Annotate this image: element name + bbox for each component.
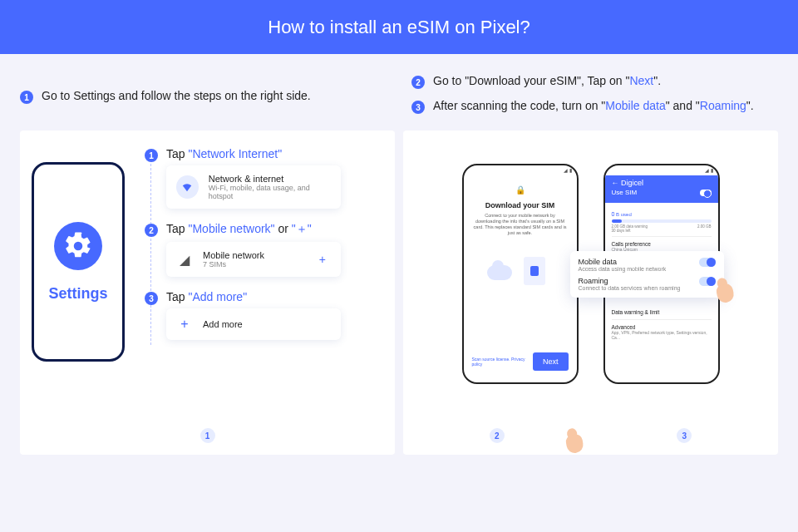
step-badge-3: 3 [411,101,425,114]
network-card-title: Network & internet [209,174,331,184]
network-internet-card[interactable]: Network & internet Wi-Fi, mobile, data u… [166,165,341,209]
intro-left: 1 Go to Settings and follow the steps on… [20,74,387,114]
substep-2-title: Tap "Mobile network" or "＋" [166,222,383,237]
panel-left: Settings 1 Tap "Network Internet" [20,131,395,455]
data-usage-bar [612,219,712,223]
add-more-card[interactable]: + Add more [166,308,341,340]
substep-3-badge: 3 [145,292,158,305]
back-icon[interactable]: ← Digicel [612,179,712,187]
intro-right-line-1: Go to "Download your eSIM", Tap on "Next… [433,74,661,87]
panel-left-number: 1 [200,428,215,443]
mobile-data-toggle[interactable] [699,258,716,267]
add-more-title: Add more [203,319,243,329]
cloud-icon [487,265,512,280]
phone-download-sim: ◢▮ 🔒 Download your SIM Connect to your m… [462,164,579,384]
substep-1: 1 Tap "Network Internet" Network & inter… [145,147,383,209]
substep-3-title: Tap "Add more" [166,290,383,303]
substep-2-badge: 2 [145,224,158,237]
header-banner: How to install an eSIM on Pixel? [0,0,798,54]
use-sim-toggle[interactable] [700,190,712,196]
wifi-icon [176,175,199,199]
signal-icon: ◢ [176,252,193,268]
data-used-value: 0 [612,211,615,217]
step-badge-1: 1 [20,91,33,104]
use-sim-label: Use SIM [612,189,638,196]
mobile-network-card[interactable]: ◢ Mobile network 7 SIMs + [166,242,341,277]
network-card-sub: Wi-Fi, mobile, data usage, and hotspot [209,184,331,200]
toggles-overlay: Mobile data Access data using mobile net… [570,251,724,298]
mobile-data-title: Mobile data [579,258,667,266]
plus-icon: + [176,317,193,332]
data-warning-row[interactable]: Data warning & limit [612,305,712,320]
intro-row: 1 Go to Settings and follow the steps on… [0,54,798,124]
intro-right-line-2: After scanning the code, turn on "Mobile… [433,99,754,112]
panels-row: Settings 1 Tap "Network Internet" [0,124,798,471]
substep-3: 3 Tap "Add more" + Add more [145,290,383,340]
gear-icon [54,222,102,270]
privacy-link[interactable]: Scan source license. Privacy policy [472,357,533,367]
next-button[interactable]: Next [533,352,569,371]
roaming-toggle[interactable] [699,277,716,286]
panel-number-2: 2 [490,428,505,443]
roaming-title: Roaming [579,277,681,285]
substep-1-badge: 1 [145,149,158,162]
add-network-plus[interactable]: + [314,253,331,266]
mobile-card-sub: 7 SIMs [203,260,264,268]
mobile-card-title: Mobile network [203,250,264,260]
download-sim-title: Download your SIM [485,201,555,209]
roaming-sub: Connect to data services when roaming [579,285,681,291]
step-badge-2: 2 [411,76,425,89]
sim-illustration [487,257,554,298]
substep-1-title: Tap "Network Internet" [166,147,383,160]
settings-phone: Settings [32,162,125,362]
sim-card-icon [524,257,545,285]
step-connector-line [150,164,151,345]
status-bar: ◢▮ [464,165,577,175]
download-sim-desc: Connect to your mobile network by downlo… [472,213,569,237]
data-limit-text: 2.00 GB [697,224,712,229]
panel-right: ◢▮ 🔒 Download your SIM Connect to your m… [403,131,778,455]
panel-right-numbers: 2 3 [403,428,778,443]
mobile-data-sub: Access data using mobile network [579,266,667,272]
lock-icon: 🔒 [515,185,525,195]
substep-2: 2 Tap "Mobile network" or "＋" ◢ Mobile n… [145,222,383,277]
intro-left-text: Go to Settings and follow the steps on t… [42,89,311,102]
data-used-label: B used [616,212,632,217]
days-left-text: 30 days left [612,229,631,233]
intro-right: 2 Go to "Download your eSIM", Tap on "Ne… [411,74,778,114]
panel-number-3: 3 [677,428,692,443]
settings-label: Settings [48,285,107,303]
page-title: How to install an eSIM on Pixel? [268,17,530,38]
status-bar: ◢▮ [605,165,718,175]
advanced-row[interactable]: Advanced App, VPN, Preferred network typ… [612,320,712,344]
